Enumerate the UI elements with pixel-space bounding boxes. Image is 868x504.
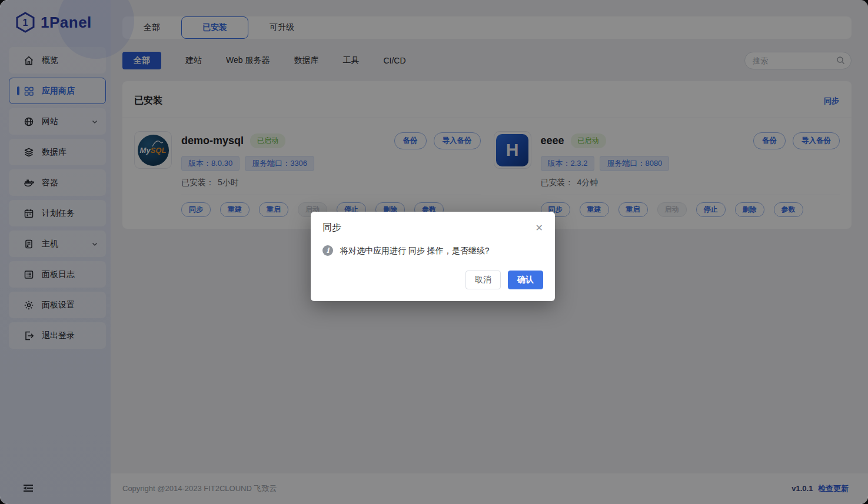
dialog-footer: 取消 确认 xyxy=(322,271,543,289)
dialog-title: 同步 xyxy=(322,222,341,234)
sync-confirm-dialog: 同步 ✕ i 将对选中应用进行 同步 操作，是否继续? 取消 确认 xyxy=(311,212,555,301)
cancel-button[interactable]: 取消 xyxy=(465,271,501,289)
info-icon: i xyxy=(322,245,333,256)
dialog-body: i 将对选中应用进行 同步 操作，是否继续? xyxy=(322,244,543,257)
app-window: 1 1Panel 概览 应用商店 xyxy=(0,0,868,504)
dialog-header: 同步 ✕ xyxy=(322,222,543,234)
dialog-message: 将对选中应用进行 同步 操作，是否继续? xyxy=(340,244,490,257)
close-icon[interactable]: ✕ xyxy=(536,223,543,233)
confirm-button[interactable]: 确认 xyxy=(508,271,543,289)
